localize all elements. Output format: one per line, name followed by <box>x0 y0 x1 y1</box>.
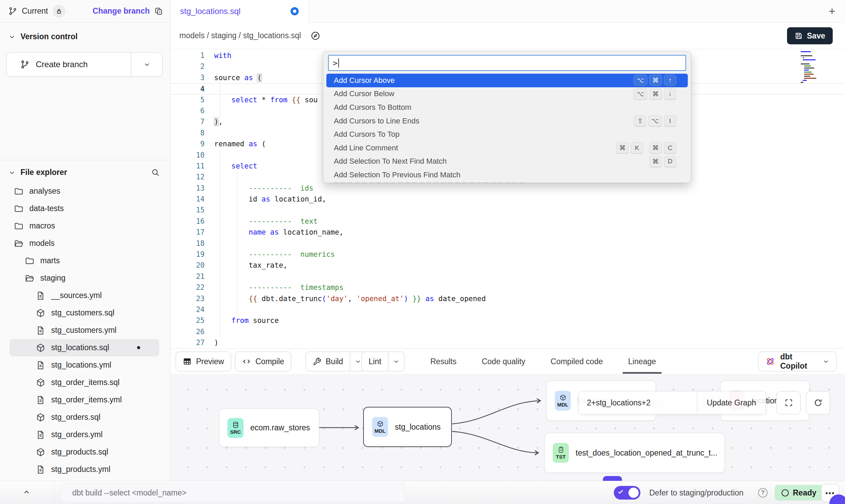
file-label: stg_order_items.yml <box>51 395 122 404</box>
dbt-copilot-button[interactable]: dbt Copilot <box>758 352 836 371</box>
code-line-19[interactable]: 19 ---------- numerics <box>171 249 845 260</box>
code-line-24[interactable]: 24 <box>171 304 845 315</box>
code-line-15[interactable]: 15 <box>171 205 845 216</box>
change-branch-link[interactable]: Change branch <box>93 6 150 16</box>
lint-button[interactable]: Lint <box>361 352 404 371</box>
file-label: macros <box>29 221 55 231</box>
folder-open-icon <box>25 273 35 283</box>
fullscreen-button[interactable] <box>776 391 801 414</box>
text-caret <box>338 58 339 68</box>
defer-toggle[interactable] <box>614 486 640 500</box>
shortcut-keys: ⌘K⌘C <box>616 142 676 153</box>
palette-item[interactable]: Add Selection To Previous Find Match <box>326 168 688 182</box>
floating-button-partial[interactable] <box>603 476 622 481</box>
create-branch-label: Create branch <box>36 60 88 69</box>
compass-icon[interactable] <box>307 28 324 44</box>
tab-code-quality[interactable]: Code quality <box>482 357 525 366</box>
build-button[interactable]: Build <box>306 352 366 371</box>
line-number: 19 <box>171 249 205 260</box>
palette-item[interactable]: Add Cursors To Top <box>326 128 688 141</box>
file-item-stg_locations.sql[interactable]: stg_locations.sql <box>10 339 159 356</box>
file-item-__sources.yml[interactable]: __sources.yml <box>10 287 159 304</box>
palette-item[interactable]: Add Cursors to Line Ends⇧⌥I <box>326 114 688 128</box>
search-icon[interactable] <box>151 168 160 177</box>
compile-button[interactable]: Compile <box>235 352 291 371</box>
expand-panel-chevron[interactable] <box>22 487 31 497</box>
ready-status-badge[interactable]: Ready <box>775 485 823 501</box>
create-branch-button[interactable]: Create branch <box>6 52 163 77</box>
palette-item[interactable]: Add Cursor Below⌥⌘↓ <box>326 87 688 101</box>
cube-icon <box>376 420 384 428</box>
node-label: ecom.raw_stores <box>250 423 310 432</box>
model-icon <box>35 377 46 388</box>
code-line-22[interactable]: 22 ---------- timestamps <box>171 282 845 293</box>
copy-icon[interactable] <box>154 6 163 16</box>
tab-stg-locations[interactable]: stg_locations.sql <box>171 0 309 23</box>
palette-item[interactable]: Add Line Comment⌘K⌘C <box>326 141 688 155</box>
code-line-17[interactable]: 17 name as location_name, <box>171 227 845 238</box>
tab-results[interactable]: Results <box>430 357 457 366</box>
build-label: Build <box>326 357 343 366</box>
lineage-node-source[interactable]: SRC ecom.raw_stores <box>219 409 319 447</box>
file-item-macros[interactable]: macros <box>10 217 159 235</box>
version-control-header[interactable]: Version control <box>6 32 163 41</box>
file-item-analyses[interactable]: analyses <box>10 182 159 200</box>
copilot-icon <box>765 356 775 367</box>
file-item-marts[interactable]: marts <box>10 252 159 269</box>
model-badge: MDL <box>372 417 388 437</box>
folder-icon <box>14 221 24 231</box>
file-item-stg_orders.yml[interactable]: stg_orders.yml <box>10 426 159 443</box>
code-line-23[interactable]: 23 {{ dbt.date_trunc('day', 'opened_at')… <box>171 293 845 304</box>
create-branch-dropdown[interactable] <box>131 53 162 76</box>
file-item-stg_locations.yml[interactable]: stg_locations.yml <box>10 356 159 374</box>
code-line-21[interactable]: 21 <box>171 271 845 282</box>
code-editor[interactable]: 1with23source as (45 select * from {{ so… <box>171 49 845 349</box>
code-line-20[interactable]: 20 tax_rate, <box>171 260 845 271</box>
file-icon <box>35 464 46 475</box>
file-item-stg_order_items.sql[interactable]: stg_order_items.sql <box>10 374 159 391</box>
code-line-27[interactable]: 27) <box>171 337 845 348</box>
new-tab-button[interactable] <box>826 5 838 17</box>
folder-icon <box>25 256 35 266</box>
code-line-18[interactable]: 18 <box>171 238 845 249</box>
code-line-14[interactable]: 14 id as location_id, <box>171 194 845 205</box>
file-item-data-tests[interactable]: data-tests <box>10 200 159 217</box>
minimap[interactable] <box>801 51 820 83</box>
lint-dropdown[interactable] <box>388 352 404 371</box>
line-number: 2 <box>171 61 205 72</box>
help-icon[interactable]: ? <box>758 488 768 498</box>
tab-lineage[interactable]: Lineage <box>628 357 656 366</box>
lineage-selector-input[interactable]: 2+stg_locations+2 <box>579 398 697 407</box>
palette-item[interactable]: Add Cursor Above⌥⌘↑ <box>326 74 688 87</box>
file-item-stg_order_items.yml[interactable]: stg_order_items.yml <box>10 391 159 409</box>
tab-compiled-code[interactable]: Compiled code <box>551 357 603 366</box>
file-item-staging[interactable]: staging <box>10 269 159 287</box>
palette-item[interactable]: Add Cursors To Bottom <box>326 101 688 114</box>
tab-label: stg_locations.sql <box>180 6 240 16</box>
file-item-stg_customers.yml[interactable]: stg_customers.yml <box>10 322 159 339</box>
save-icon <box>795 32 803 40</box>
code-line-16[interactable]: 16 ---------- text <box>171 216 845 227</box>
branch-bar: Current Change branch <box>0 0 170 23</box>
file-item-stg_customers.sql[interactable]: stg_customers.sql <box>10 304 159 322</box>
file-item-stg_products.sql[interactable]: stg_products.sql <box>10 443 159 461</box>
lineage-panel[interactable]: SRC ecom.raw_stores MDL stg_locations MD… <box>171 374 845 481</box>
preview-button[interactable]: Preview <box>176 352 231 371</box>
branch-lock-badge <box>53 5 65 18</box>
file-explorer-header[interactable]: File explorer <box>0 160 170 180</box>
code-line-26[interactable]: 26 <box>171 326 845 337</box>
lineage-node-stg-locations[interactable]: MDL stg_locations <box>363 407 452 447</box>
refresh-button[interactable] <box>806 391 830 414</box>
palette-item[interactable]: Add Selection To Next Find Match⌘D <box>326 155 688 168</box>
file-item-stg_orders.sql[interactable]: stg_orders.sql <box>10 409 159 426</box>
code-line-13[interactable]: 13 ---------- ids <box>171 183 845 194</box>
update-graph-button[interactable]: Update Graph <box>697 398 766 407</box>
file-item-models[interactable]: models <box>10 235 159 252</box>
command-palette-input[interactable]: > <box>328 55 686 71</box>
lineage-node-test[interactable]: TST test_does_location_opened_at_trunc_t… <box>544 433 725 473</box>
file-label: stg_orders.sql <box>51 413 100 422</box>
file-item-stg_products.yml[interactable]: stg_products.yml <box>10 461 159 478</box>
save-button[interactable]: Save <box>787 27 833 44</box>
code-line-25[interactable]: 25 from source <box>171 315 845 326</box>
file-label: stg_products.yml <box>51 465 110 474</box>
